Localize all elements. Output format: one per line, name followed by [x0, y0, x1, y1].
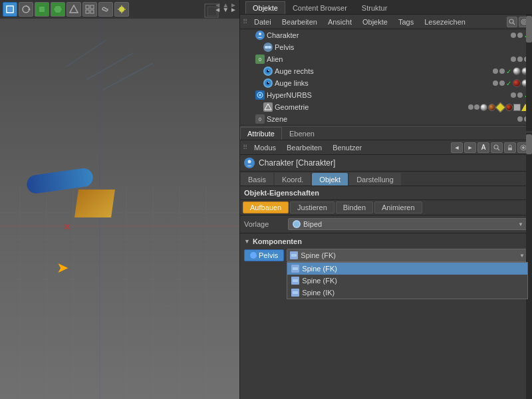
spine-dropdown-popup: Spine (FK) Spine (FK): [287, 262, 528, 299]
svg-point-45: [259, 33, 261, 35]
hn-dot2: [517, 92, 523, 98]
attr-search-btn[interactable]: [491, 142, 503, 153]
viewport-3d: ➤ ✕ ◄ ▲ ►: [0, 0, 239, 399]
attr-manager-toolbar: ⠿ Modus Bearbeiten Benutzer ◄ ► A: [240, 140, 532, 155]
obj-lesezeichen-btn[interactable]: Lesezeichen: [420, 17, 469, 27]
obj-bearbeiten-btn[interactable]: Bearbeiten: [278, 17, 321, 27]
htab-aufbauen[interactable]: Aufbauen: [243, 201, 289, 213]
htab-justieren[interactable]: Justieren: [290, 201, 334, 213]
attr-nav-left[interactable]: ◄: [451, 142, 463, 153]
vp-select-btn[interactable]: [82, 2, 97, 17]
vorlage-label: Vorlage: [244, 220, 284, 228]
obj-tags-btn[interactable]: Tags: [394, 17, 418, 27]
svg-rect-34: [90, 10, 94, 13]
obj-row-auge-links[interactable]: Auge links ✓: [240, 77, 532, 89]
svg-line-20: [86, 53, 133, 80]
attr-bearbeiten-btn[interactable]: Bearbeiten: [283, 143, 326, 152]
attr-lock-btn[interactable]: [504, 142, 516, 153]
svg-rect-28: [39, 7, 45, 12]
komponenten-section: ▼ Komponenten Pelvis Spine (F: [240, 233, 532, 267]
komponenten-collapse-arrow[interactable]: ▼: [244, 238, 250, 245]
attr-scrollbar-thumb[interactable]: [526, 134, 532, 154]
tab-attribute[interactable]: Attribute: [240, 127, 282, 140]
top-tabs: Objekte Content Browser Struktur: [240, 0, 532, 15]
subtab-basis[interactable]: Basis: [241, 173, 273, 186]
spine-opt1-icon: [291, 277, 299, 285]
obj-row-charakter[interactable]: Charakter ✓: [240, 29, 532, 41]
obj-ansicht-btn[interactable]: Ansicht: [324, 17, 356, 27]
vorlage-dropdown[interactable]: Biped ▼: [288, 218, 528, 230]
spine-option-1[interactable]: Spine (FK): [287, 275, 527, 287]
svg-point-35: [119, 7, 124, 12]
svg-line-41: [513, 23, 515, 25]
obj-objekte-btn[interactable]: Objekte: [358, 17, 392, 27]
attr-modus-btn[interactable]: Modus: [250, 143, 280, 152]
obj-row-auge-rechts[interactable]: Auge rechts ✓: [240, 65, 532, 77]
tab-objekte[interactable]: Objekte: [245, 1, 285, 14]
svg-rect-72: [293, 291, 298, 293]
obj-name-auge-rechts: Auge rechts: [275, 67, 491, 75]
tab-struktur[interactable]: Struktur: [354, 1, 395, 14]
obj-row-alien[interactable]: 0 Alien: [240, 53, 532, 65]
svg-rect-60: [508, 148, 512, 150]
vp-infinity-btn[interactable]: [98, 2, 113, 17]
subtab-objekt[interactable]: Objekt: [312, 173, 348, 186]
vp-tri-btn[interactable]: [66, 2, 81, 17]
obj-datei-btn[interactable]: Datei: [250, 17, 275, 27]
svg-rect-32: [90, 5, 94, 9]
obj-row-pelvis[interactable]: Pelvis: [240, 41, 532, 53]
spine-value: Spine (FK): [301, 251, 336, 259]
svg-rect-70: [293, 279, 298, 281]
obj-manager-toolbar: ⠿ Datei Bearbeiten Ansicht Objekte Tags …: [240, 15, 532, 29]
obj-row-geometrie[interactable]: Geometrie: [240, 101, 532, 113]
svg-point-47: [265, 46, 267, 49]
spine-opt2-icon: [291, 289, 299, 297]
obj-icon-auge-links: [263, 78, 273, 88]
spine-dropdown[interactable]: Spine (FK) ▼: [287, 249, 528, 262]
vp-light-btn[interactable]: [51, 2, 65, 17]
obj-icon-szene: 0: [255, 114, 265, 124]
subtab-darstellung[interactable]: Darstellung: [349, 173, 401, 186]
vp-cube-btn[interactable]: [3, 2, 17, 17]
obj-scrollbar[interactable]: [526, 15, 532, 131]
svg-marker-29: [54, 6, 62, 13]
vp-move-btn[interactable]: [35, 2, 49, 17]
svg-line-59: [498, 148, 500, 150]
htab-animieren[interactable]: Animieren: [374, 201, 422, 213]
tab-ebenen[interactable]: Ebenen: [282, 127, 322, 140]
obj-row-szene[interactable]: 0 Szene: [240, 113, 532, 125]
tab-content-browser[interactable]: Content Browser: [285, 1, 354, 14]
pelvis-btn[interactable]: Pelvis: [244, 249, 284, 261]
alien-dot2: [517, 57, 523, 62]
svg-rect-73: [293, 293, 298, 294]
spine-option-2[interactable]: Spine (IK): [287, 287, 527, 299]
obj-icon-charakter: [255, 31, 265, 40]
geo-dot2: [474, 104, 479, 110]
geo-dot1: [468, 104, 473, 110]
svg-line-19: [66, 40, 106, 66]
viewport-toolbar: ◄ ▼ ►: [0, 0, 239, 19]
htab-binden[interactable]: Binden: [336, 201, 373, 213]
obj-name-auge-links: Auge links: [275, 79, 491, 87]
obj-search-btn[interactable]: [507, 17, 517, 27]
ar-dot1: [493, 68, 498, 74]
obj-row-hypernurbs[interactable]: HyperNURBS ✓: [240, 89, 532, 101]
svg-point-54: [268, 82, 269, 83]
svg-point-64: [248, 160, 251, 164]
vorlage-row: Vorlage Biped ▼: [240, 215, 532, 233]
obj-scrollbar-thumb[interactable]: [526, 16, 532, 43]
attr-nav-right[interactable]: ►: [464, 142, 476, 153]
vp-light2-btn[interactable]: [114, 2, 129, 17]
pelvis-komponente-row: Pelvis Spine (FK) ▼: [240, 247, 532, 264]
viewport-box: [74, 190, 115, 217]
dot1: [511, 33, 516, 38]
vp-rotate-btn[interactable]: [19, 2, 33, 17]
svg-point-58: [494, 145, 498, 149]
attr-nav-a[interactable]: A: [477, 142, 489, 153]
vorlage-arrow: ▼: [518, 221, 523, 227]
svg-rect-33: [86, 10, 89, 13]
subtab-koord[interactable]: Koord.: [275, 173, 311, 186]
al-dot1: [493, 80, 498, 86]
attr-benutzer-btn[interactable]: Benutzer: [329, 143, 366, 152]
spine-option-0[interactable]: Spine (FK): [287, 263, 527, 275]
